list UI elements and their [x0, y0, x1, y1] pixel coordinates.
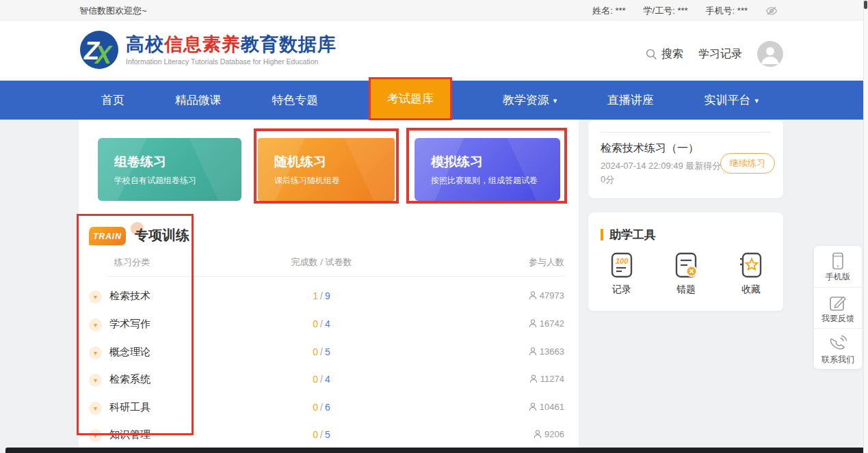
side-item-label: 手机版 [814, 271, 862, 283]
mobile-icon [814, 252, 862, 270]
category-name: 知识管理 [109, 428, 150, 441]
participant-count: 11274 [529, 374, 564, 384]
nav-item-live-lectures[interactable]: 直播讲座 [607, 92, 654, 108]
tool-records[interactable]: 100 记录 [598, 251, 646, 296]
column-header-category: 练习分类 [114, 256, 150, 269]
nav-item-micro-courses[interactable]: 精品微课 [175, 92, 222, 108]
nav-item-special-topics[interactable]: 特色专题 [272, 92, 318, 108]
contact-phone-icon [814, 335, 862, 353]
recent-practice-card: 检索技术练习（一） 2024-07-14 22:09:49 最新得分: 0分 继… [588, 120, 783, 198]
category-name: 科研工具 [109, 401, 150, 414]
welcome-text: 智信数图欢迎您~ [79, 5, 147, 17]
page-scrollbar[interactable] [863, 0, 868, 453]
participant-count: 10461 [529, 402, 564, 412]
bottom-window-edge [5, 448, 868, 453]
category-name: 检索技术 [109, 290, 150, 303]
user-name-label: 姓名: *** [592, 5, 625, 17]
svg-text:100: 100 [616, 257, 629, 265]
tool-label: 错题 [662, 284, 710, 296]
user-phone-label: 手机号: *** [706, 5, 748, 17]
tool-favorites[interactable]: 收藏 [727, 251, 775, 296]
tool-label: 收藏 [727, 284, 775, 296]
expand-caret-icon[interactable]: ▾ [89, 290, 102, 303]
table-row[interactable]: ▾ 概念理论 0/5 13663 [89, 339, 564, 367]
feedback-button[interactable]: 我要反馈 [814, 287, 862, 328]
main-nav: 首页 精品微课 特色专题 考试题库 教学资源▾ 直播讲座 实训平台▾ [0, 81, 868, 120]
participant-count: 13663 [529, 346, 564, 357]
progress-count: 0/6 [253, 402, 390, 413]
table-row[interactable]: ▾ 检索技术 1/9 47973 [89, 283, 564, 311]
progress-count: 0/4 [253, 374, 390, 385]
contact-us-button[interactable]: 联系我们 [814, 328, 862, 369]
participant-count: 16742 [529, 318, 564, 329]
category-name: 学术写作 [109, 318, 150, 331]
tools-title-row: 助学工具 [601, 227, 656, 243]
study-records-link[interactable]: 学习记录 [698, 47, 742, 61]
floating-side-panel: 手机版 我要反馈 联系我们 [814, 246, 862, 369]
section-title-special-training: 专项训练 [135, 226, 189, 245]
nav-item-exam-bank[interactable]: 考试题库 [369, 77, 452, 120]
side-item-label: 联系我们 [814, 354, 862, 366]
header: X Z 高校信息素养教育数据库 Information Literacy Tut… [0, 20, 868, 81]
card-mock-practice[interactable]: 模拟练习 按照比赛规则，组成答题试卷 [415, 138, 560, 201]
card-title: 随机练习 [274, 153, 326, 171]
tool-wrong-questions[interactable]: 错题 [662, 251, 710, 296]
column-header-progress: 完成数 / 试卷数 [253, 256, 390, 269]
card-subtitle: 课后练习随机组卷 [274, 175, 340, 187]
participant-count: 9206 [534, 429, 564, 439]
table-row[interactable]: ▾ 检索系统 0/4 11274 [89, 366, 564, 394]
train-badge: TRAIN [89, 227, 126, 245]
practice-meta: 2024-07-14 22:09:49 最新得分: 0分 [601, 159, 724, 187]
svg-text:Z: Z [83, 37, 101, 65]
category-name: 检索系统 [109, 373, 150, 386]
expand-caret-icon[interactable]: ▾ [89, 318, 102, 331]
tools-title: 助学工具 [609, 227, 656, 243]
search-button[interactable]: 搜索 [646, 47, 683, 61]
progress-count: 0/5 [253, 346, 390, 357]
card-subtitle: 按照比赛规则，组成答题试卷 [431, 175, 538, 187]
scrollbar-thumb[interactable] [864, 1, 867, 9]
table-divider [108, 276, 564, 277]
card-paper-practice[interactable]: 组卷练习 学校自有试题组卷练习 [98, 138, 241, 201]
table-row[interactable]: ▾ 科研工具 0/6 10461 [89, 394, 564, 422]
progress-count: 1/9 [253, 290, 390, 301]
score-record-icon: 100 [598, 251, 646, 279]
topbar: 智信数图欢迎您~ 姓名: *** 学/工号: *** 手机号: *** [0, 0, 868, 20]
search-label: 搜索 [661, 47, 683, 61]
category-name: 概念理论 [109, 346, 150, 359]
nav-item-teaching-resources[interactable]: 教学资源▾ [503, 92, 557, 108]
search-icon [646, 49, 657, 60]
tool-label: 记录 [598, 284, 646, 296]
table-row[interactable]: ▾ 学术写作 0/4 16742 [89, 311, 564, 339]
column-header-participants: 参与人数 [428, 256, 564, 269]
header-actions: 搜索 学习记录 [646, 41, 783, 67]
table-row[interactable]: ▾ 知识管理 0/5 9206 [89, 422, 564, 450]
site-subtitle: Information Literacy Tutorials Database … [126, 57, 337, 66]
user-id-label: 学/工号: *** [644, 5, 688, 17]
feedback-icon [814, 294, 862, 312]
avatar[interactable] [757, 41, 783, 67]
title-accent-bar [601, 229, 603, 241]
practice-title: 检索技术练习（一） [601, 141, 699, 156]
card-title: 模拟练习 [431, 153, 483, 171]
mobile-version-button[interactable]: 手机版 [814, 246, 862, 287]
nav-item-home[interactable]: 首页 [101, 92, 124, 108]
divider [601, 132, 771, 133]
page: 智信数图欢迎您~ 姓名: *** 学/工号: *** 手机号: *** X Z … [0, 0, 868, 453]
eye-off-icon[interactable] [765, 6, 778, 16]
continue-practice-button[interactable]: 继续练习 [720, 153, 775, 174]
favorite-icon [727, 251, 775, 279]
logo-text: 高校信息素养教育数据库 Information Literacy Tutoria… [126, 34, 337, 66]
chevron-down-icon: ▾ [553, 96, 557, 105]
topbar-user-info: 姓名: *** 学/工号: *** 手机号: *** [592, 5, 778, 17]
site-logo[interactable]: X Z 高校信息素养教育数据库 Information Literacy Tut… [79, 30, 337, 70]
logo-monogram-icon: X Z [79, 30, 119, 70]
progress-count: 0/4 [253, 318, 390, 329]
expand-caret-icon[interactable]: ▾ [89, 429, 102, 442]
expand-caret-icon[interactable]: ▾ [89, 402, 102, 415]
card-title: 组卷练习 [114, 153, 166, 171]
nav-item-training-platform[interactable]: 实训平台▾ [704, 92, 759, 108]
card-random-practice[interactable]: 随机练习 课后练习随机组卷 [258, 138, 395, 201]
expand-caret-icon[interactable]: ▾ [89, 346, 102, 359]
expand-caret-icon[interactable]: ▾ [89, 374, 102, 387]
